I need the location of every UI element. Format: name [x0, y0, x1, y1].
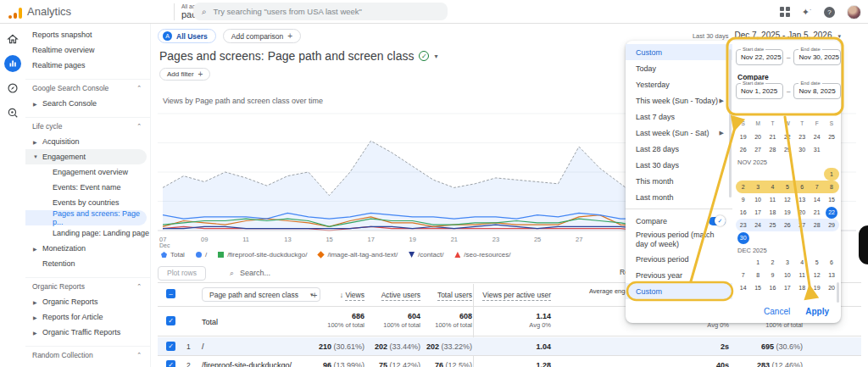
calendar-day[interactable]: 7 [736, 269, 750, 281]
menu-item-last-28-days[interactable]: Last 28 days [626, 141, 732, 157]
calendar-day[interactable]: 29 [780, 143, 794, 156]
column-header-views[interactable]: ↓ Views [340, 291, 364, 299]
column-header-total-users[interactable]: Total users [437, 291, 472, 299]
calendar-day[interactable]: 5 [780, 181, 794, 193]
edge-widget-handle[interactable] [859, 225, 868, 264]
sidebar-item-retention[interactable]: Retention [25, 256, 150, 271]
apps-grid-icon[interactable] [780, 7, 790, 17]
calendar-day[interactable]: 31 [810, 143, 824, 156]
legend-item[interactable]: /fireproof-site-duckduckgo/ [218, 251, 307, 259]
calendar-day[interactable]: 30 [795, 143, 810, 156]
calendar-day[interactable]: 12 [810, 269, 824, 281]
table-row[interactable]: ✓2/fireproof-site-duckduckgo/96 (13.99%)… [158, 356, 861, 367]
add-filter-button[interactable]: Add filter + [159, 68, 210, 81]
sidebar-item-google-search-console[interactable]: Google Search Console⌃ [25, 79, 150, 96]
table-row[interactable]: ✓1/210 (30.61%)202 (33.44%)202 (33.22%)1… [158, 337, 861, 355]
calendar-day[interactable]: 8 [824, 181, 838, 193]
row-checkbox[interactable]: ✓ [166, 342, 175, 351]
calendar-day[interactable]: 15 [824, 193, 838, 206]
sidebar-item-life-cycle[interactable]: Life cycle⌃ [25, 117, 150, 134]
calendar-day[interactable]: 11 [765, 193, 780, 206]
avatar[interactable] [847, 5, 861, 19]
sidebar-item-organic-reports[interactable]: Organic Reports⌃ [25, 277, 150, 294]
legend-item[interactable]: /image-alt-tag-and-text/ [318, 251, 398, 259]
calendar-day[interactable]: 7 [810, 181, 824, 193]
cancel-button[interactable]: Cancel [764, 307, 790, 316]
chevron-down-icon[interactable]: ▾ [434, 53, 437, 60]
calendar-day[interactable]: 11 [795, 269, 810, 281]
sidebar-item-random-collection[interactable]: Random Collection⌃ [25, 346, 150, 363]
sidebar-item-search-console[interactable]: ▶Search Console [25, 96, 150, 111]
help-icon[interactable]: ? [824, 7, 835, 18]
end-date-input[interactable]: End date Nov 30, 2025 [793, 49, 841, 65]
calendar-day[interactable]: 23 [795, 131, 810, 143]
sidebar-item-events-event-name[interactable]: Events: Event name [25, 180, 150, 195]
select-all-checkbox[interactable]: – [166, 289, 175, 298]
menu-item-custom[interactable]: Custom [626, 283, 732, 299]
legend-item[interactable]: / [196, 251, 207, 259]
row-checkbox[interactable]: ✓ [166, 360, 175, 367]
row-checkbox[interactable]: ✓ [166, 316, 175, 325]
menu-item-previous-period[interactable]: Previous period [626, 251, 732, 267]
calendar-day[interactable]: 22 [824, 206, 838, 219]
compare-toggle[interactable]: ✓ [709, 217, 726, 225]
calendar-day[interactable]: 13 [795, 193, 810, 206]
calendar-day[interactable]: 18 [765, 206, 780, 219]
sidebar-item-realtime-overview[interactable]: Realtime overview [25, 42, 150, 58]
calendar-day[interactable]: 20 [750, 131, 765, 143]
calendar-day[interactable]: 26 [736, 143, 750, 156]
sidebar-item-acquisition[interactable]: ▶Acquisition [25, 134, 150, 149]
menu-item-last-month[interactable]: Last month [626, 189, 732, 205]
sidebar-item-pages-and-screens-page-p[interactable]: Pages and screens: Page p... [25, 210, 147, 225]
calendar-day[interactable]: 5 [810, 256, 824, 269]
calendar-day[interactable]: 29 [824, 219, 838, 231]
start-date-input[interactable]: Start date Nov 22, 2025 [736, 49, 783, 65]
column-header-active-users[interactable]: Active users [381, 291, 420, 299]
sidebar-item-reports-for-article[interactable]: ▶Reports for Article [25, 309, 150, 325]
calendar-day[interactable]: 19 [810, 281, 824, 294]
sidebar-item-monetization[interactable]: ▶Monetization [25, 241, 150, 256]
menu-item-compare[interactable]: Compare✓ [626, 213, 732, 229]
column-header-views-per-active-user[interactable]: Views per active user [482, 291, 551, 299]
home-icon[interactable] [4, 31, 21, 47]
calendar-day[interactable]: 2 [736, 181, 750, 193]
menu-item-today[interactable]: Today [626, 60, 732, 76]
sidebar-item-engagement[interactable]: ▼Engagement [25, 149, 147, 164]
menu-item-last-30-days[interactable]: Last 30 days [626, 157, 732, 173]
insights-sparkle-icon[interactable]: ✦˙ [802, 7, 812, 18]
calendar-day[interactable]: 10 [780, 269, 794, 281]
calendar-day[interactable]: 13 [824, 269, 838, 281]
calendar-day[interactable]: 1 [750, 256, 765, 269]
legend-item[interactable]: Total [161, 251, 185, 259]
sidebar-item-organic-reports[interactable]: ▶Organic Reports [25, 294, 150, 309]
calendar-day[interactable]: 25 [824, 131, 838, 143]
calendar-day[interactable]: 4 [765, 181, 780, 193]
menu-scrollbar[interactable] [729, 49, 732, 197]
calendar-day[interactable]: 30 [736, 231, 750, 244]
calendar-day[interactable]: 20 [795, 206, 810, 219]
menu-item-yesterday[interactable]: Yesterday [626, 76, 732, 92]
explore-icon[interactable] [4, 80, 21, 97]
calendar-day[interactable]: 27 [795, 219, 810, 231]
calendar-day[interactable]: 3 [780, 256, 794, 269]
sidebar-item-organic-traffic-reports[interactable]: ▶Organic Traffic Reports [25, 325, 150, 340]
calendar-day[interactable]: 27 [750, 143, 765, 156]
date-range-control[interactable]: Last 30 days Dec 7, 2025 - Jan 5, 2026 ▾ [693, 31, 841, 40]
legend-item[interactable]: /contact/ [409, 251, 443, 259]
calendar-scrollbar[interactable] [837, 282, 839, 303]
calendar-day[interactable]: 19 [736, 131, 750, 143]
calendar-day[interactable]: 18 [795, 281, 810, 294]
calendar-day[interactable]: 8 [750, 269, 765, 281]
calendar-day[interactable]: 6 [795, 181, 810, 193]
calendar-day[interactable]: 26 [780, 219, 794, 231]
menu-item-last-7-days[interactable]: Last 7 days [626, 108, 732, 125]
menu-item-previous-period-match-day-of-week[interactable]: Previous period (match day of week) [626, 229, 732, 251]
add-comparison-button[interactable]: Add comparison + [223, 29, 301, 43]
menu-item-last-week-sun-sat[interactable]: Last week (Sun - Sat)▶ [626, 125, 732, 141]
menu-item-previous-year[interactable]: Previous year [626, 267, 732, 283]
calendar-day[interactable]: 28 [765, 143, 780, 156]
calendar-day[interactable]: 6 [824, 256, 838, 269]
calendar-day[interactable]: 16 [736, 206, 750, 219]
calendar-day[interactable]: 19 [780, 206, 794, 219]
all-users-chip[interactable]: A All Users [158, 29, 216, 43]
